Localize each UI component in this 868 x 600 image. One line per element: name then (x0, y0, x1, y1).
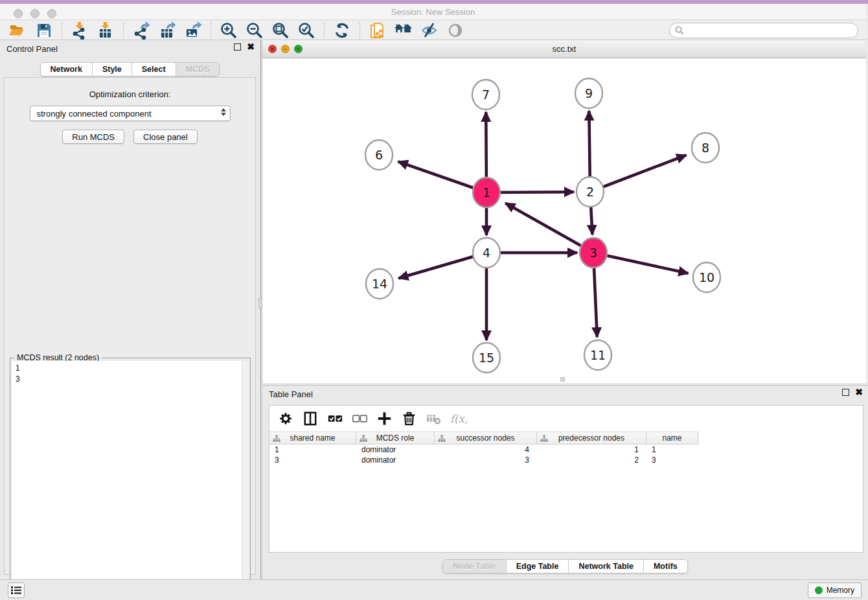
search-input[interactable] (687, 25, 852, 36)
graph-node-8[interactable]: 8 (692, 133, 719, 163)
zoom-fit-icon (271, 21, 290, 40)
column-header-predecessor-nodes[interactable]: predecessor nodes (537, 432, 646, 444)
search-box[interactable] (669, 23, 858, 38)
float-table-panel-icon[interactable] (842, 389, 849, 396)
toolbar-separator (324, 23, 325, 38)
float-panel-icon[interactable] (234, 43, 241, 51)
table-cell[interactable]: 1 (269, 444, 356, 455)
open-file-button[interactable] (5, 21, 31, 40)
zoom-in-button[interactable] (216, 21, 242, 40)
fx-icon: f(x) (450, 410, 467, 428)
graph-node-15[interactable]: 15 (473, 343, 500, 373)
tree-icon (438, 435, 446, 442)
column-header-successor-nodes[interactable]: successor nodes (435, 432, 537, 444)
tree-icon (360, 435, 367, 442)
status-bar: Memory (0, 579, 868, 600)
control-panel-tabs: NetworkStyleSelectMCDS (0, 62, 260, 76)
canvas-resize-handle[interactable] (560, 377, 565, 382)
graph-node-14[interactable]: 14 (366, 269, 393, 299)
table-cell[interactable]: 4 (435, 444, 537, 455)
control-panel-header: Control Panel ✖ (0, 40, 260, 57)
table-cell[interactable]: 3 (269, 455, 356, 465)
import-table-button[interactable] (93, 21, 119, 40)
edge-3-10[interactable] (593, 253, 688, 273)
zoom-fit-button[interactable] (268, 21, 293, 40)
select-stepper-icon (221, 108, 226, 116)
optimization-criterion-select[interactable]: strongly connected component (30, 106, 231, 121)
graph-node-3[interactable]: 3 (580, 238, 607, 268)
table-cell[interactable]: 2 (537, 455, 646, 465)
graph-node-7[interactable]: 7 (472, 80, 499, 110)
edge-3-1[interactable] (505, 203, 593, 253)
export-image-button[interactable] (180, 21, 206, 40)
show-visual-properties-button[interactable] (442, 21, 468, 40)
table-tab-network-table[interactable]: Network Table (569, 560, 644, 573)
network-window-titlebar: ✕ − + scc.txt (262, 40, 866, 58)
table-settings-button[interactable] (277, 410, 295, 428)
node-table: f(x) shared nameMCDS rolesuccessor nodes… (269, 405, 863, 553)
zoom-out-button[interactable] (242, 21, 268, 40)
table-tab-motifs[interactable]: Motifs (644, 560, 687, 573)
table-tab-node-table[interactable]: Node Table (443, 560, 506, 573)
export-network-button[interactable] (128, 21, 154, 40)
mcds-panel: Optimization criterion: strongly connect… (4, 77, 256, 575)
tab-style[interactable]: Style (93, 63, 132, 76)
graph-node-11[interactable]: 11 (584, 340, 611, 370)
table-cell[interactable]: dominator (356, 455, 435, 465)
table-cell[interactable]: 1 (537, 444, 646, 455)
save-session-button[interactable] (31, 21, 57, 40)
svg-text:6: 6 (375, 148, 383, 162)
column-header-name[interactable]: name (646, 432, 698, 444)
app-titlebar: Session: New Session (0, 4, 866, 20)
show-columns-button[interactable] (302, 410, 319, 428)
gear-icon (277, 410, 295, 428)
graph-node-9[interactable]: 9 (575, 78, 602, 108)
svg-text:7: 7 (482, 87, 490, 102)
zoom-selected-button[interactable] (293, 21, 319, 40)
show-panels-button[interactable] (8, 583, 25, 598)
tab-mcds[interactable]: MCDS (176, 63, 220, 76)
edge-2-8[interactable] (590, 155, 686, 192)
column-header-MCDS-role[interactable]: MCDS role (356, 432, 435, 444)
clone-network-button[interactable] (365, 21, 391, 40)
delete-column-button[interactable] (400, 410, 418, 428)
select-all-button[interactable] (326, 410, 344, 428)
close-panel-icon[interactable]: ✖ (247, 43, 255, 51)
table-cell[interactable]: dominator (356, 444, 435, 455)
memory-button[interactable]: Memory (808, 583, 862, 598)
table-row[interactable]: 3dominator323 (269, 455, 863, 465)
table-tab-edge-table[interactable]: Edge Table (507, 560, 569, 573)
table-header-row: shared nameMCDS rolesuccessor nodesprede… (269, 432, 699, 444)
result-scrollbar[interactable] (242, 361, 249, 600)
close-table-panel-icon[interactable]: ✖ (855, 389, 863, 396)
function-builder-button: f(x) (450, 410, 467, 428)
tab-network[interactable]: Network (41, 63, 93, 76)
graph-node-6[interactable]: 6 (365, 140, 393, 170)
table-cell[interactable]: 1 (646, 444, 698, 455)
add-column-button[interactable] (376, 410, 393, 428)
first-neighbors-button[interactable] (391, 21, 417, 40)
import-network-button[interactable] (67, 21, 93, 40)
table-cell[interactable]: 3 (646, 455, 698, 465)
zoom-in-icon (220, 21, 238, 40)
selected-criterion: strongly connected component (37, 109, 152, 119)
column-header-shared-name[interactable]: shared name (269, 432, 356, 444)
deselect-all-button[interactable] (351, 410, 369, 428)
tab-select[interactable]: Select (132, 63, 176, 76)
table-cell[interactable]: 3 (435, 455, 537, 465)
graph-node-10[interactable]: 10 (693, 262, 720, 292)
graph-node-2[interactable]: 2 (577, 177, 604, 207)
export-table-button[interactable] (154, 21, 180, 40)
graph-node-4[interactable]: 4 (473, 238, 500, 268)
tree-icon (273, 435, 280, 442)
network-graph[interactable]: 7968124314101511 (262, 58, 867, 383)
hide-visual-properties-button[interactable] (417, 21, 442, 40)
close-panel-button[interactable]: Close panel (133, 130, 198, 144)
checked-boxes-icon (326, 410, 344, 428)
table-row[interactable]: 1dominator411 (269, 444, 863, 455)
apply-layout-button[interactable] (329, 21, 355, 40)
mcds-result-list[interactable]: 13 (12, 361, 249, 600)
run-mcds-button[interactable]: Run MCDS (62, 130, 124, 144)
graph-node-1[interactable]: 1 (473, 178, 500, 207)
network-canvas[interactable]: 7968124314101511 (262, 58, 866, 383)
